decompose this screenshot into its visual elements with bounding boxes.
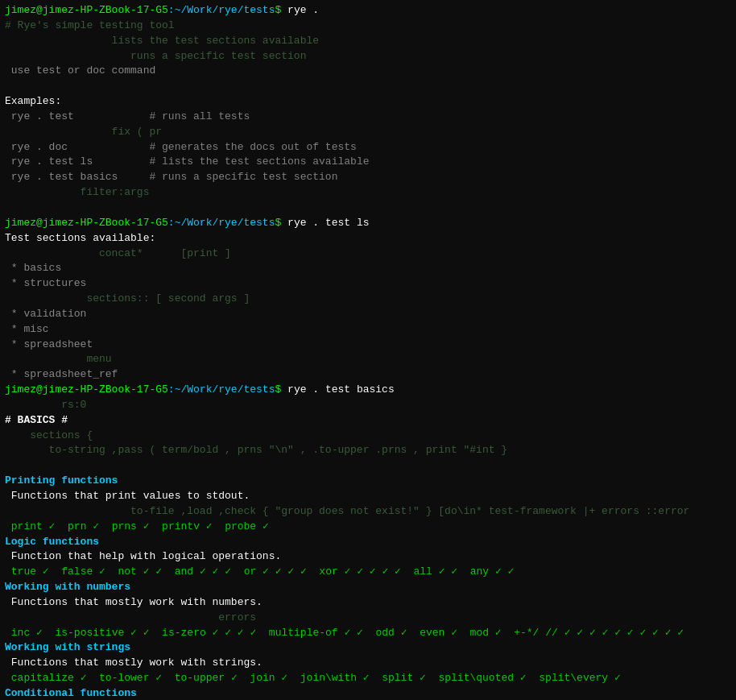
prompt-path-3: :~/Work/rye/tests [168,383,275,396]
prompt-line-1: jimez@jimez-HP-ZBook-17-G5:~/Work/rye/te… [5,3,731,19]
section-basics: * basics [5,261,731,276]
cat-numbers: Working with numbers [5,580,731,595]
cat-logic: Logic functions [5,535,731,550]
faded-example-bg: fix ( pr [5,125,731,140]
faded-line-2: lists the test sections available [5,34,731,49]
logic-funcs: true ✓ false ✓ not ✓ ✓ and ✓ ✓ ✓ or ✓ ✓ … [5,565,731,580]
faded-sections: sections:: [ second args ] [5,292,731,307]
blank-1 [5,79,731,94]
blank-3 [5,458,731,474]
faded-line-1: # Rye's simple testing tool [5,19,731,34]
cat-conditional: Conditional functions [5,686,731,700]
test-sections-header: Test sections available: [5,231,731,246]
faded-menu: menu [5,352,731,367]
prompt-user-3: jimez@jimez-HP-ZBook-17-G5 [5,383,168,396]
faded-tostring: to-string ,pass ( term/bold , prns "\n" … [5,443,731,458]
cmd-2: rye . test ls [281,217,369,229]
section-misc: * misc [5,322,731,338]
prompt-user-2: jimez@jimez-HP-ZBook-17-G5 [5,217,168,229]
prompt-path: :~/Work/rye/tests [168,4,275,16]
cat-printing: Printing functions [5,474,731,489]
faded-tofile: to-file ,load ,check { "group does not e… [5,504,731,520]
number-funcs: inc ✓ is-positive ✓ ✓ is-zero ✓ ✓ ✓ ✓ mu… [5,626,731,641]
blank-2 [5,201,731,216]
use-test-line: use test or doc command [5,64,731,79]
example-4: rye . test basics # runs a specific test… [5,170,731,185]
terminal-window: jimez@jimez-HP-ZBook-17-G5:~/Work/rye/te… [0,0,736,700]
examples-header: Examples: [5,94,731,110]
use-test-text: use test or doc command [5,64,155,77]
section-spreadsheet: * spreadsheet [5,338,731,353]
section-validation: * validation [5,307,731,322]
faded-line-3: runs a specific test section [5,49,731,64]
faded-concat: concat* [print ] [5,246,731,262]
faded-errors0: rs:0 [5,398,731,413]
faded-line-4: filter:args [5,185,731,201]
example-2: rye . doc # generates the docs out of te… [5,140,731,155]
example-3: rye . test ls # lists the test sections … [5,155,731,170]
cmd-3: rye . test basics [281,383,394,396]
faded-errors: errors [5,611,731,626]
desc-numbers: Functions that mostly work with numbers. [5,595,731,611]
prompt-path-2: :~/Work/rye/tests [168,217,275,229]
section-structures: * structures [5,276,731,292]
example-1: rye . test # runs all tests [5,110,731,125]
prompt-line-3: jimez@jimez-HP-ZBook-17-G5:~/Work/rye/te… [5,383,731,398]
desc-strings: Functions that mostly work with strings. [5,656,731,671]
prompt-line-2: jimez@jimez-HP-ZBook-17-G5:~/Work/rye/te… [5,216,731,231]
print-funcs: print ✓ prn ✓ prns ✓ printv ✓ probe ✓ [5,520,731,535]
string-funcs: capitalize ✓ to-lower ✓ to-upper ✓ join … [5,671,731,686]
prompt-user: jimez@jimez-HP-ZBook-17-G5 [5,4,168,16]
faded-sections2: sections { [5,429,731,444]
basics-header: # BASICS # [5,413,731,429]
desc-printing: Functions that print values to stdout. [5,489,731,504]
cat-strings: Working with strings [5,640,731,656]
desc-logic: Function that help with logical operatio… [5,549,731,565]
cmd-1: rye . [281,4,319,16]
section-spreadsheet-ref: * spreadsheet_ref [5,367,731,383]
